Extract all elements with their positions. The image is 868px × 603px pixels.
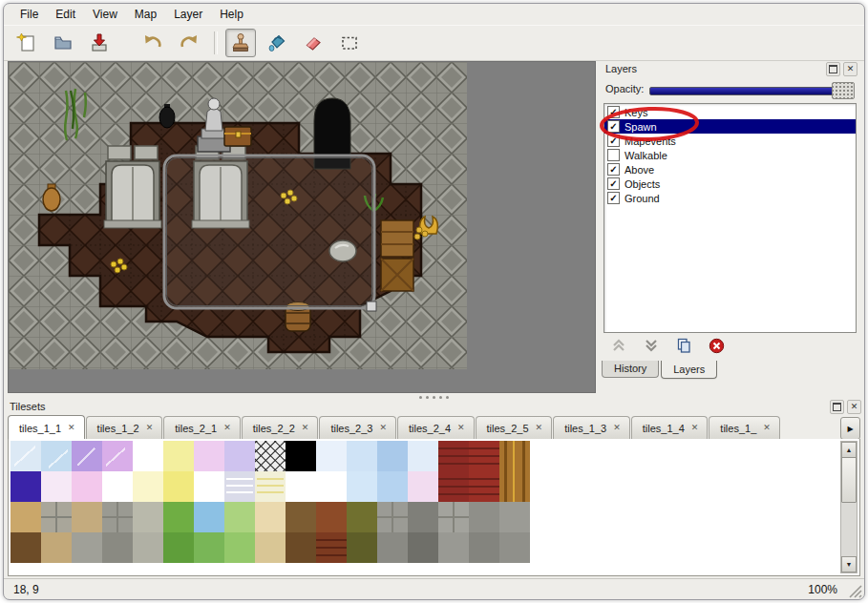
close-icon: ✕ xyxy=(851,402,858,411)
layer-label: Walkable xyxy=(625,150,667,161)
layer-row-mapevents[interactable]: ✓ Mapevents xyxy=(604,134,856,148)
menu-edit[interactable]: Edit xyxy=(47,5,84,24)
tab-close-icon[interactable]: ✕ xyxy=(613,424,621,432)
layer-row-walkable[interactable]: Walkable xyxy=(604,148,856,162)
layer-visibility-checkbox[interactable] xyxy=(607,149,620,161)
tab-close-icon[interactable]: ✕ xyxy=(691,424,699,432)
delete-icon xyxy=(709,338,725,354)
menu-view[interactable]: View xyxy=(84,5,126,24)
layer-visibility-checkbox[interactable]: ✓ xyxy=(607,177,620,190)
layers-panel: Layers ✕ Opacity: ✓ Keys ✓ Spawn ✓ Mapev… xyxy=(600,61,860,391)
layer-row-spawn[interactable]: ✓ Spawn xyxy=(604,119,856,134)
move-layer-up-button[interactable] xyxy=(609,336,628,355)
selection-rectangle[interactable] xyxy=(164,156,376,311)
scroll-down-button[interactable]: ▼ xyxy=(841,556,857,572)
layers-close-button[interactable]: ✕ xyxy=(843,62,857,76)
opacity-slider-handle[interactable] xyxy=(832,82,855,99)
layer-label: Above xyxy=(625,164,654,176)
layer-row-objects[interactable]: ✓ Objects xyxy=(604,177,856,191)
map-editor-window: File Edit View Map Layer Help xyxy=(3,3,865,600)
tab-layers[interactable]: Layers xyxy=(661,361,717,379)
tileset-tab-tiles_1_x[interactable]: tiles_1_ ✕ xyxy=(709,416,779,439)
toolbar xyxy=(4,25,864,61)
layer-list: ✓ Keys ✓ Spawn ✓ Mapevents Walkable ✓ Ab… xyxy=(603,103,857,333)
tab-close-icon[interactable]: ✕ xyxy=(379,424,387,432)
redo-button[interactable] xyxy=(174,29,204,57)
tab-close-icon[interactable]: ✕ xyxy=(536,424,543,432)
tab-close-icon[interactable]: ✕ xyxy=(457,424,465,432)
duplicate-layer-button[interactable] xyxy=(674,336,693,355)
layer-visibility-checkbox[interactable]: ✓ xyxy=(607,120,620,133)
cursor-coordinates: 18, 9 xyxy=(4,583,808,596)
layer-row-ground[interactable]: ✓ Ground xyxy=(604,191,856,205)
float-icon xyxy=(829,65,837,73)
delete-layer-button[interactable] xyxy=(707,336,726,355)
tileset-tab-tiles_1_4[interactable]: tiles_1_4 ✕ xyxy=(631,416,709,439)
map-canvas[interactable] xyxy=(9,62,467,369)
layer-row-above[interactable]: ✓ Above xyxy=(604,162,856,177)
layer-label: Ground xyxy=(625,193,660,204)
tab-scroll-right-button[interactable]: ▶ xyxy=(840,417,860,440)
selection-resize-handle[interactable] xyxy=(367,302,376,311)
layer-row-keys[interactable]: ✓ Keys xyxy=(604,105,856,119)
layer-visibility-checkbox[interactable]: ✓ xyxy=(607,135,620,147)
tileset-tab-tiles_2_4[interactable]: tiles_2_4 ✕ xyxy=(397,416,475,439)
layer-label: Keys xyxy=(625,107,647,118)
open-map-button[interactable] xyxy=(48,29,78,57)
tileset-tab-tiles_2_3[interactable]: tiles_2_3 ✕ xyxy=(319,416,396,439)
tileset-grid[interactable] xyxy=(11,441,530,563)
toolbar-separator xyxy=(214,31,218,54)
scrollbar-thumb[interactable] xyxy=(841,457,857,503)
tab-history[interactable]: History xyxy=(602,361,659,378)
tileset-tab-tiles_2_1[interactable]: tiles_2_1 ✕ xyxy=(163,416,241,439)
menu-help[interactable]: Help xyxy=(211,5,252,24)
layer-label: Mapevents xyxy=(625,135,676,147)
stamp-icon xyxy=(230,32,251,53)
tileset-scrollbar[interactable]: ▲ ▼ xyxy=(840,441,857,573)
new-map-button[interactable] xyxy=(11,29,42,57)
tileset-content: ▲ ▼ xyxy=(8,439,860,576)
tilesets-close-button[interactable]: ✕ xyxy=(847,400,861,414)
layer-visibility-checkbox[interactable]: ✓ xyxy=(607,163,620,176)
tab-close-icon[interactable]: ✕ xyxy=(763,424,771,432)
save-map-button[interactable] xyxy=(84,29,115,57)
scroll-down-icon: ▼ xyxy=(846,561,853,568)
tileset-tab-tiles_2_5[interactable]: tiles_2_5 ✕ xyxy=(476,416,553,439)
tilesets-panel-titlebar: Tilesets ✕ xyxy=(4,399,864,414)
opacity-slider[interactable] xyxy=(649,87,853,95)
layer-label: Objects xyxy=(625,178,660,190)
crates xyxy=(381,220,413,291)
scroll-right-icon: ▶ xyxy=(847,425,853,433)
undo-button[interactable] xyxy=(138,29,168,57)
tab-close-icon[interactable]: ✕ xyxy=(302,424,309,432)
tileset-tab-tiles_1_2[interactable]: tiles_1_2 ✕ xyxy=(86,416,163,439)
tileset-tab-tiles_2_2[interactable]: tiles_2_2 ✕ xyxy=(242,416,319,439)
paint-bucket-icon xyxy=(266,32,287,53)
layer-visibility-checkbox[interactable]: ✓ xyxy=(607,192,620,204)
tab-close-icon[interactable]: ✕ xyxy=(68,424,75,432)
tilesets-float-button[interactable] xyxy=(830,400,844,414)
map-viewport[interactable] xyxy=(8,61,596,393)
tab-close-icon[interactable]: ✕ xyxy=(223,424,231,432)
move-layer-down-button[interactable] xyxy=(642,336,661,355)
double-chevron-up-icon xyxy=(611,338,626,353)
fill-tool-button[interactable] xyxy=(262,29,292,57)
layers-panel-title: Layers xyxy=(600,63,826,74)
menu-layer[interactable]: Layer xyxy=(165,5,211,24)
new-file-icon xyxy=(16,32,37,53)
double-chevron-down-icon xyxy=(644,338,659,353)
layer-visibility-checkbox[interactable]: ✓ xyxy=(607,106,620,118)
menu-map[interactable]: Map xyxy=(126,5,165,24)
stamp-tool-button[interactable] xyxy=(225,29,256,57)
menu-file[interactable]: File xyxy=(11,5,47,24)
layers-float-button[interactable] xyxy=(826,62,840,76)
tileset-tab-tiles_1_3[interactable]: tiles_1_3 ✕ xyxy=(553,416,630,439)
tileset-tab-tiles_1_1[interactable]: tiles_1_1 ✕ xyxy=(8,415,85,440)
eraser-tool-button[interactable] xyxy=(298,29,328,57)
resize-grip[interactable] xyxy=(849,585,862,598)
opacity-row: Opacity: xyxy=(600,80,860,99)
select-tool-button[interactable] xyxy=(334,29,365,57)
tab-close-icon[interactable]: ✕ xyxy=(146,424,154,432)
scroll-up-button[interactable]: ▲ xyxy=(841,442,857,458)
dock-tab-bar: History Layers xyxy=(602,361,858,382)
